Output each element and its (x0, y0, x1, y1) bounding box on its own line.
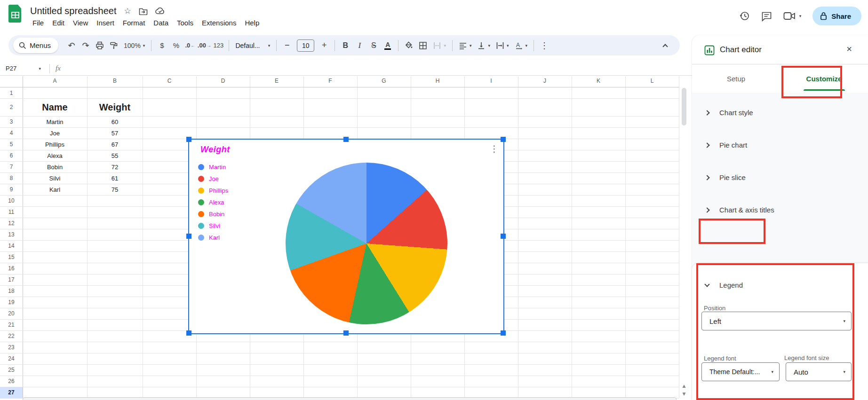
undo-button[interactable]: ↶ (64, 39, 79, 53)
selection-handle[interactable] (343, 330, 349, 336)
horizontal-scrollbar[interactable] (23, 397, 677, 400)
row-header-11[interactable]: 11 (0, 206, 23, 218)
more-toolbar-button[interactable]: ⋮ (537, 39, 551, 53)
cell-b6[interactable]: 55 (87, 150, 143, 161)
font-size-input[interactable]: 10 (297, 39, 314, 52)
chart-options-icon[interactable]: ⋮ (490, 143, 499, 154)
legend-font-size-select[interactable]: Auto ▾ (786, 362, 852, 381)
borders-button[interactable] (416, 39, 430, 53)
fill-color-button[interactable] (402, 39, 416, 53)
column-header-E[interactable]: E (250, 78, 303, 84)
more-formats-button[interactable]: 123 (211, 39, 225, 53)
row-header-24[interactable]: 24 (0, 353, 23, 364)
row-header-2[interactable]: 2 (0, 98, 23, 116)
move-folder-icon[interactable] (139, 7, 148, 15)
version-history-icon[interactable] (739, 10, 750, 22)
cell-b5[interactable]: 67 (87, 139, 143, 150)
menu-data[interactable]: Data (149, 17, 173, 29)
text-color-button[interactable]: A (381, 39, 395, 53)
star-icon[interactable]: ☆ (124, 6, 131, 16)
menu-help[interactable]: Help (240, 17, 263, 29)
camera-dropdown-arrow[interactable]: ▾ (799, 14, 802, 18)
menu-extensions[interactable]: Extensions (198, 17, 240, 29)
strikethrough-button[interactable]: S (366, 39, 381, 53)
row-header-4[interactable]: 4 (0, 127, 23, 139)
selection-handle[interactable] (343, 137, 349, 142)
row-header-22[interactable]: 22 (0, 330, 23, 342)
increase-decimal-button[interactable]: .00→ (197, 39, 211, 53)
format-percent-button[interactable]: % (169, 39, 183, 53)
menus-search-button[interactable]: Menus (13, 38, 58, 53)
font-select[interactable]: Defaul... ▾ (232, 39, 273, 53)
row-header-14[interactable]: 14 (0, 240, 23, 251)
row-header-5[interactable]: 5 (0, 139, 23, 150)
embedded-chart[interactable]: Weight ⋮ MartinJoePhillipsAlexaBobinSilv… (188, 139, 504, 334)
scroll-down-arrow[interactable]: ▼ (681, 392, 687, 396)
row-header-16[interactable]: 16 (0, 263, 23, 274)
row-header-26[interactable]: 26 (0, 376, 23, 387)
row-header-7[interactable]: 7 (0, 161, 23, 173)
collapse-toolbar-button[interactable] (658, 39, 672, 53)
paint-format-button[interactable] (107, 39, 121, 53)
column-header-K[interactable]: K (572, 78, 625, 84)
row-header-12[interactable]: 12 (0, 218, 23, 229)
sheets-logo[interactable] (8, 4, 22, 23)
row-header-23[interactable]: 23 (0, 342, 23, 353)
row-header-27[interactable]: 27 (0, 387, 23, 398)
selection-handle[interactable] (186, 137, 191, 142)
cell-b9[interactable]: 75 (87, 184, 143, 195)
column-header-F[interactable]: F (303, 78, 357, 84)
cell-a8[interactable]: Silvi (23, 173, 87, 184)
vertical-align-button[interactable]: ▾ (474, 39, 493, 53)
zoom-select[interactable]: 100% ▾ (121, 39, 148, 53)
row-header-1[interactable]: 1 (0, 87, 23, 98)
row-header-10[interactable]: 10 (0, 195, 23, 206)
legend-position-select[interactable]: Left ▾ (701, 312, 852, 330)
print-button[interactable] (93, 39, 107, 53)
decrease-decimal-button[interactable]: .0← (183, 39, 197, 53)
row-header-8[interactable]: 8 (0, 173, 23, 184)
close-icon[interactable]: × (846, 44, 852, 55)
vertical-scrollbar[interactable]: ▲ ▼ (681, 78, 687, 398)
row-header-19[interactable]: 19 (0, 297, 23, 308)
menu-insert[interactable]: Insert (92, 17, 119, 29)
cell-a5[interactable]: Phillips (23, 139, 87, 150)
row-header-3[interactable]: 3 (0, 116, 23, 127)
merge-cells-button[interactable]: ▾ (430, 39, 449, 53)
cell-b8[interactable]: 61 (87, 173, 143, 184)
row-header-20[interactable]: 20 (0, 308, 23, 319)
menu-tools[interactable]: Tools (173, 17, 198, 29)
tab-setup[interactable]: Setup (692, 64, 780, 93)
text-rotation-button[interactable]: A ▾ (512, 39, 531, 53)
cell-a7[interactable]: Bobin (23, 161, 87, 173)
bold-button[interactable]: B (338, 39, 352, 53)
menu-edit[interactable]: Edit (48, 17, 69, 29)
column-header-B[interactable]: B (87, 78, 143, 84)
legend-section-header[interactable]: Legend (705, 281, 743, 289)
format-currency-button[interactable]: $ (155, 39, 169, 53)
cell-b7[interactable]: 72 (87, 161, 143, 173)
tab-customize[interactable]: Customize (780, 64, 868, 93)
cell-a4[interactable]: Joe (23, 127, 87, 139)
share-button[interactable]: Share (812, 7, 861, 25)
cell-b4[interactable]: 57 (87, 127, 143, 139)
column-header-D[interactable]: D (196, 78, 250, 84)
meet-camera-icon[interactable] (783, 11, 796, 21)
selection-handle[interactable] (501, 234, 506, 239)
column-header-G[interactable]: G (357, 78, 411, 84)
cell-b2[interactable]: Weight (87, 98, 143, 116)
horizontal-align-button[interactable]: ▾ (456, 39, 475, 53)
column-header-J[interactable]: J (518, 78, 572, 84)
selection-handle[interactable] (501, 330, 506, 336)
cell-a2[interactable]: Name (23, 98, 87, 116)
redo-button[interactable]: ↷ (79, 39, 93, 53)
row-header-25[interactable]: 25 (0, 364, 23, 376)
cell-b3[interactable]: 60 (87, 116, 143, 127)
document-title[interactable]: Untitled spreadsheet (30, 6, 116, 16)
italic-button[interactable]: I (352, 39, 366, 53)
row-header-15[interactable]: 15 (0, 251, 23, 263)
row-header-6[interactable]: 6 (0, 150, 23, 161)
column-header-C[interactable]: C (143, 78, 196, 84)
section-chart-axis-titles[interactable]: Chart & axis titles (692, 194, 868, 226)
row-header-9[interactable]: 9 (0, 184, 23, 195)
